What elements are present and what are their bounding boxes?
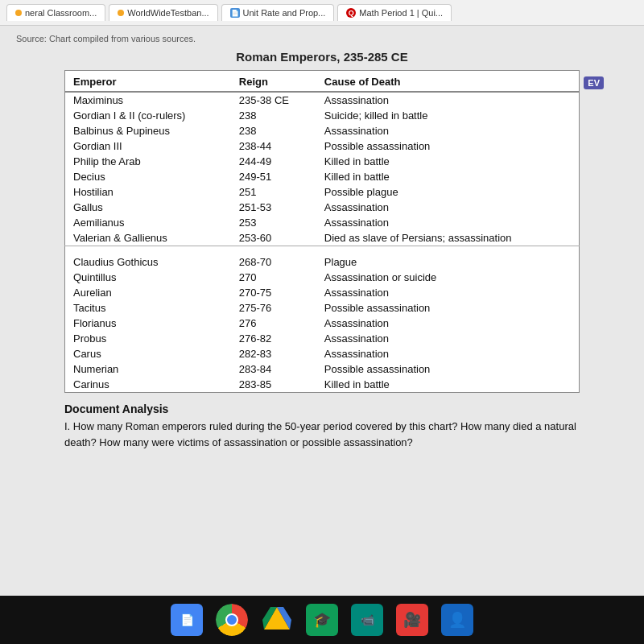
cell-cause: Plague [316,254,580,270]
cell-reign: 251-53 [231,200,316,215]
da-title: Document Analysis [64,402,580,415]
table-row: Aurelian270-75Assassination [65,285,580,300]
tab-label-3: Unit Rate and Prop... [243,8,326,18]
cell-cause: Assassination [316,331,580,346]
emperor-table: Emperor Reign Cause of Death Maximinus23… [64,70,580,393]
table-row: Probus276-82Assassination [65,331,580,346]
cell-reign: 270-75 [231,285,316,300]
cell-reign: 282-83 [231,346,316,361]
table-title: Roman Emperors, 235-285 CE [16,50,628,64]
cell-cause: Killed in battle [316,169,580,184]
taskbar-docs-icon[interactable]: 📄 [171,604,203,636]
cell-emperor: Carus [65,346,231,361]
cell-emperor: Claudius Gothicus [65,254,231,270]
tab-label-2: WorldWideTestban... [127,8,208,18]
cell-emperor: Philip the Arab [65,154,231,169]
cell-cause: Possible plague [316,184,580,200]
tab-worldwide[interactable]: WorldWideTestban... [109,4,217,21]
cell-cause: Killed in battle [316,377,580,393]
da-q1: I. How many Roman emperors ruled during … [64,419,580,450]
tab-label: neral Classroom... [25,8,97,18]
taskbar-classroom-icon[interactable]: 🎓 [306,604,338,636]
table-row: Aemilianus253Assassination [65,215,580,230]
table-row: Hostilian251Possible plague [65,184,580,200]
cell-emperor: Gordian III [65,138,231,154]
cell-reign: 235-38 CE [231,92,316,108]
table-row: Carus282-83Assassination [65,346,580,361]
table-spacer-row [65,246,580,255]
q-icon: Q [346,8,356,18]
cell-cause: Assassination [316,215,580,230]
cell-cause: Assassination [316,123,580,138]
taskbar-user-icon[interactable]: 👤 [441,604,473,636]
tab-dot [15,10,22,16]
table-row: Claudius Gothicus268-70Plague [65,254,580,270]
cell-reign: 238 [231,123,316,138]
cell-reign: 249-51 [231,169,316,184]
cell-cause: Assassination [316,200,580,215]
cell-cause: Assassination [316,285,580,300]
cell-cause: Assassination [316,316,580,331]
taskbar-chrome-icon[interactable] [216,604,248,636]
chrome-icon-inner [216,604,248,636]
tab-unitrate[interactable]: 📄 Unit Rate and Prop... [221,4,335,21]
table-header-row: Emperor Reign Cause of Death [65,71,580,93]
cell-cause: Possible assassination [316,300,580,316]
cell-emperor: Gordian I & II (co-rulers) [65,108,231,123]
source-line: Source: Chart compiled from various sour… [16,34,628,43]
chrome-inner-circle [225,613,238,626]
table-row: Carinus283-85Killed in battle [65,377,580,393]
document-analysis: Document Analysis I. How many Roman empe… [64,402,580,450]
cell-reign: 275-76 [231,300,316,316]
cell-reign: 283-84 [231,361,316,377]
cell-emperor: Valerian & Gallienus [65,230,231,246]
table-row: Numerian283-84Possible assassination [65,361,580,377]
cell-emperor: Decius [65,169,231,184]
table-row: Maximinus235-38 CEAssassination [65,92,580,108]
tab-math[interactable]: Q Math Period 1 | Qui... [337,4,452,21]
cell-reign: 276-82 [231,331,316,346]
table-row: Tacitus275-76Possible assassination [65,300,580,316]
table-row: Decius249-51Killed in battle [65,169,580,184]
cell-cause: Assassination [316,92,580,108]
cell-emperor: Aemilianus [65,215,231,230]
cell-reign: 283-85 [231,377,316,393]
drive-svg [262,605,291,634]
cell-cause: Died as slave of Persians; assassination [316,230,580,246]
table-row: Gordian III238-44Possible assassination [65,138,580,154]
cell-reign: 253-60 [231,230,316,246]
table-row: Quintillus270Assassination or suicide [65,270,580,285]
cell-reign: 253 [231,215,316,230]
table-row: Philip the Arab244-49Killed in battle [65,154,580,169]
tab-dot-2 [118,10,124,16]
cell-reign: 268-70 [231,254,316,270]
cell-emperor: Carinus [65,377,231,393]
cell-emperor: Florianus [65,316,231,331]
cell-reign: 238-44 [231,138,316,154]
cell-cause: Suicide; killed in battle [316,108,580,123]
taskbar-meet-icon[interactable]: 📹 [351,604,383,636]
table-row: Gallus251-53Assassination [65,200,580,215]
col-reign: Reign [231,71,316,93]
tabs-bar: neral Classroom... WorldWideTestban... 📄… [0,0,644,26]
cell-cause: Killed in battle [316,154,580,169]
main-content: Source: Chart compiled from various sour… [0,26,644,596]
cell-emperor: Aurelian [65,285,231,300]
taskbar-camera-icon[interactable]: 🎥 [396,604,428,636]
cell-cause: Assassination [316,346,580,361]
cell-emperor: Hostilian [65,184,231,200]
cell-reign: 270 [231,270,316,285]
cell-emperor: Numerian [65,361,231,377]
cell-emperor: Probus [65,331,231,346]
tab-classroom[interactable]: neral Classroom... [6,4,105,21]
col-emperor: Emperor [65,71,231,93]
table-row: Valerian & Gallienus253-60Died as slave … [65,230,580,246]
cell-reign: 244-49 [231,154,316,169]
cell-cause: Possible assassination [316,361,580,377]
cell-emperor: Maximinus [65,92,231,108]
cell-cause: Possible assassination [316,138,580,154]
cell-reign: 251 [231,184,316,200]
taskbar-drive-icon[interactable] [261,604,293,636]
tab-label-4: Math Period 1 | Qui... [359,8,443,18]
table-wrapper: EV Emperor Reign Cause of Death Maximinu… [64,70,580,393]
